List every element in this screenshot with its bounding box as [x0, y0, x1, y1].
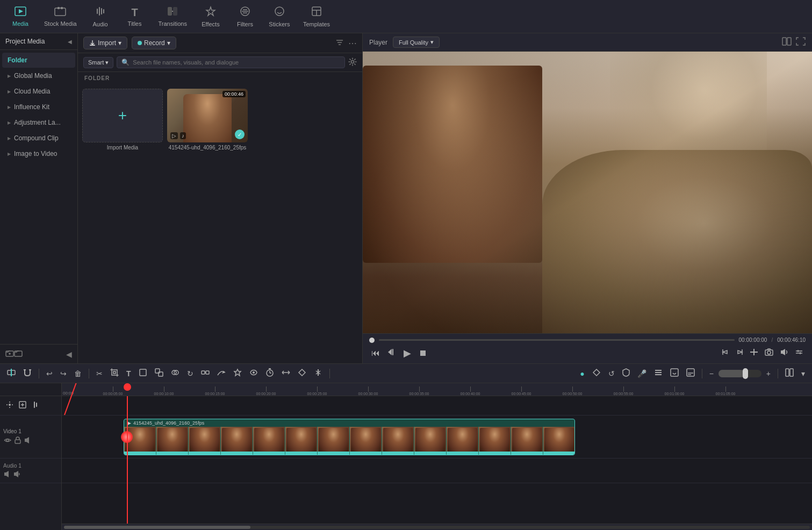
import-button[interactable]: Import ▾: [83, 37, 127, 49]
toolbar-audio[interactable]: Audio: [84, 3, 117, 31]
video-track-audio-button[interactable]: [24, 436, 31, 445]
video-clip[interactable]: ▶ 4154245_uhd_4096_2160_25fps: [124, 419, 575, 455]
speed-button[interactable]: [214, 367, 228, 379]
video-track-eye-button[interactable]: [3, 437, 12, 445]
sidebar-item-compound-clip[interactable]: ▶ Compound Clip: [2, 131, 75, 146]
toolbar-templates[interactable]: Templates: [298, 3, 335, 31]
settings-player-button[interactable]: [793, 347, 806, 359]
smart-button[interactable]: Smart ▾: [83, 57, 113, 68]
sidebar-item-folder[interactable]: Folder: [2, 53, 75, 68]
add-folder-icon[interactable]: [5, 349, 14, 359]
toolbar-stickers[interactable]: Stickers: [263, 3, 296, 31]
playhead-head[interactable]: [124, 383, 131, 391]
video-media-item[interactable]: 00:00:46 ▷ ♪ ✓ 4154245-uhd_4096_2160_25f…: [167, 89, 248, 151]
sidebar-item-adjustment[interactable]: ▶ Adjustment La...: [2, 115, 75, 130]
subtitle-button[interactable]: [684, 367, 698, 379]
toolbar-effects[interactable]: Effects: [195, 3, 227, 31]
audio-button[interactable]: [778, 347, 791, 359]
voice-button[interactable]: 🎤: [635, 368, 649, 379]
fullscreen-icon[interactable]: [796, 37, 806, 47]
text-button[interactable]: T: [124, 368, 134, 379]
delete-button[interactable]: 🗑: [71, 368, 84, 379]
toolbar-filters[interactable]: Filters: [229, 3, 261, 31]
zoom-in-button[interactable]: +: [764, 368, 773, 379]
sidebar-item-global-media[interactable]: ▶ Global Media: [2, 68, 75, 83]
ripple-button[interactable]: [311, 367, 325, 379]
group-button[interactable]: [198, 367, 212, 379]
timeline-content[interactable]: 00:00 00:00:05:00 00:00:10:00 00:00:15:0…: [62, 383, 812, 530]
import-media-thumb[interactable]: +: [82, 89, 163, 142]
cut-button[interactable]: ✂: [94, 368, 105, 379]
layout-icon[interactable]: [782, 37, 792, 47]
sidebar-item-image-to-video[interactable]: ▶ Image to Video: [2, 146, 75, 161]
mark-out-button[interactable]: [734, 347, 745, 359]
add-to-timeline-button[interactable]: [748, 347, 760, 359]
mark-in-button[interactable]: [720, 347, 731, 359]
sidebar-collapse-icon[interactable]: ◀: [68, 39, 72, 45]
motion-button[interactable]: [247, 367, 261, 379]
rewind-button[interactable]: ⏮: [369, 347, 382, 359]
add-track-link-button[interactable]: [3, 400, 16, 411]
media-settings-icon[interactable]: [348, 58, 357, 68]
magnet-button[interactable]: [20, 367, 34, 379]
toolbar-titles[interactable]: T Titles: [119, 3, 151, 30]
resize-button[interactable]: [279, 367, 293, 379]
play-button[interactable]: ▶: [401, 346, 413, 360]
sidebar-item-influence-kit[interactable]: ▶ Influence Kit: [2, 99, 75, 114]
snap-button[interactable]: [4, 367, 18, 379]
tracks-button[interactable]: [651, 367, 665, 379]
stop-button[interactable]: ⏹: [416, 347, 429, 359]
select-button[interactable]: [136, 367, 150, 379]
sticker-tl-button[interactable]: [667, 367, 681, 379]
scrollbar-track[interactable]: [64, 526, 810, 529]
sidebar-items: Folder ▶ Global Media ▶ Cloud Media ▶ In…: [0, 50, 77, 344]
undo-button[interactable]: ↩: [44, 368, 55, 379]
video-track-lock-button[interactable]: [14, 436, 21, 446]
rotate-button[interactable]: ↻: [184, 368, 196, 379]
zoom-slider[interactable]: [718, 370, 761, 377]
sidebar-item-cloud-media[interactable]: ▶ Cloud Media: [2, 84, 75, 99]
import-media-item[interactable]: + Import Media: [82, 89, 163, 151]
loop-button[interactable]: ↺: [606, 368, 617, 379]
svg-marker-76: [14, 471, 18, 477]
svg-rect-41: [113, 371, 116, 374]
effects-timeline-button[interactable]: [231, 367, 245, 379]
search-input[interactable]: [133, 59, 340, 66]
add-audio-track-button[interactable]: [29, 400, 42, 411]
more-tl-button[interactable]: ▾: [799, 368, 808, 379]
seek-track[interactable]: [379, 339, 735, 341]
zoom-out-button[interactable]: −: [707, 368, 716, 379]
audio-track-mute-button[interactable]: [3, 470, 11, 479]
filter-icon[interactable]: [335, 38, 344, 48]
snapshot-button[interactable]: [763, 347, 775, 359]
record-tl-button[interactable]: ●: [577, 368, 587, 379]
multiselect-button[interactable]: [152, 367, 166, 379]
player-buttons: ⏮ ▶ ⏹: [369, 346, 806, 360]
toolbar-stock-media[interactable]: Stock Media: [39, 3, 82, 30]
timer-button[interactable]: [263, 367, 277, 379]
keyframe-button[interactable]: [590, 367, 603, 379]
add-video-track-button[interactable]: [16, 400, 29, 411]
time-total: 00:00:46:10: [777, 337, 806, 343]
audio-track-volume-button[interactable]: [13, 470, 20, 479]
import-chevron-icon: ▾: [118, 39, 121, 47]
quality-select[interactable]: Full Quality ▾: [393, 37, 440, 48]
crop-button[interactable]: [107, 367, 121, 379]
sidebar-bottom: ◀: [0, 344, 77, 363]
zoom-thumb[interactable]: [743, 368, 748, 379]
collapse-sidebar-icon[interactable]: ◀: [66, 350, 72, 359]
layout-tl-button[interactable]: [782, 367, 796, 379]
record-button[interactable]: Record ▾: [132, 37, 176, 49]
toolbar-media[interactable]: Media: [4, 3, 37, 30]
mask-button[interactable]: [295, 367, 309, 379]
redo-button[interactable]: ↪: [58, 368, 69, 379]
folder-icon[interactable]: [14, 349, 23, 359]
step-back-button[interactable]: [385, 347, 398, 359]
shield-button[interactable]: [620, 367, 633, 379]
toolbar-transitions[interactable]: Transitions: [153, 3, 192, 30]
more-options-icon[interactable]: ⋯: [348, 38, 357, 48]
scrollbar-thumb[interactable]: [64, 526, 250, 529]
seek-dot[interactable]: [369, 338, 375, 343]
blend-button[interactable]: [168, 367, 182, 379]
search-input-wrap: 🔍: [117, 56, 345, 68]
